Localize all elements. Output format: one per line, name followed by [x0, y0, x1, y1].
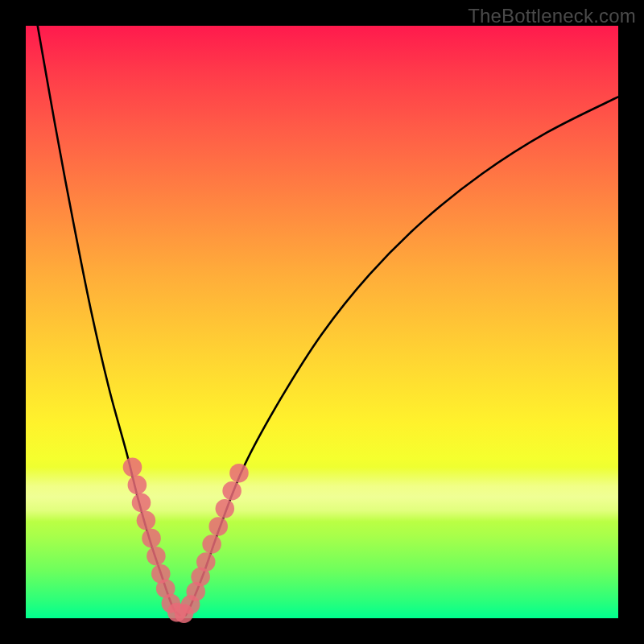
- watermark-text: TheBottleneck.com: [468, 5, 636, 27]
- curve-left: [38, 26, 180, 615]
- data-dot: [202, 535, 221, 554]
- dot-cluster: [123, 458, 249, 623]
- data-dot: [123, 458, 142, 477]
- data-dot: [222, 481, 242, 501]
- data-dot: [229, 464, 249, 483]
- data-dot: [216, 499, 235, 518]
- data-dot: [132, 493, 151, 513]
- data-dot: [147, 547, 166, 566]
- chart-svg: [26, 26, 618, 618]
- curve-right: [186, 97, 618, 615]
- data-dot: [137, 511, 156, 530]
- plot-area: [26, 26, 618, 618]
- data-dot: [208, 517, 228, 536]
- data-dot: [128, 476, 147, 495]
- data-dot: [142, 529, 161, 548]
- data-dot: [196, 552, 216, 572]
- chart-frame: TheBottleneck.com: [0, 0, 644, 644]
